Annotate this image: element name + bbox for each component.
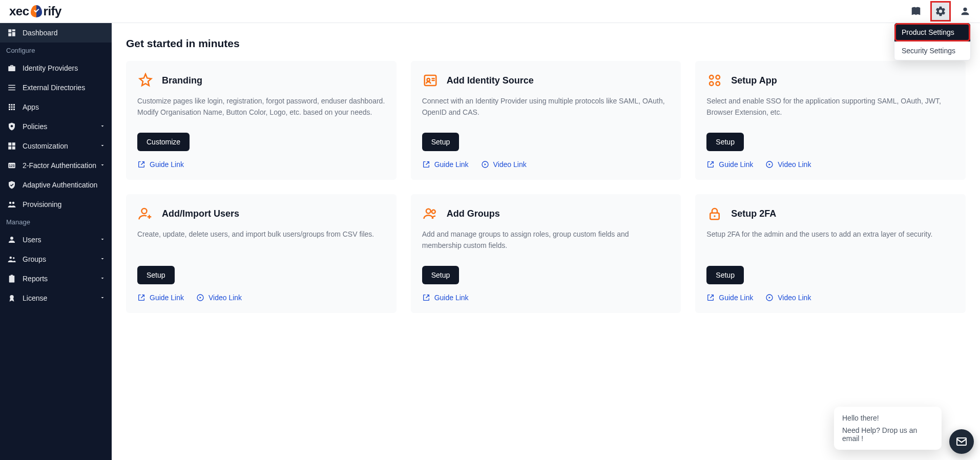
sidebar-item-license[interactable]: License <box>0 288 112 308</box>
shield-search-icon <box>7 122 16 131</box>
svg-point-6 <box>13 257 14 259</box>
id-icon <box>422 72 439 89</box>
sidebar: Dashboard Configure Identity Providers E… <box>0 23 112 460</box>
useradd-icon <box>137 205 154 222</box>
gear-icon <box>935 6 946 17</box>
customize-button[interactable]: Customize <box>137 133 190 151</box>
svg-text:123: 123 <box>9 164 15 168</box>
cards-grid: BrandingCustomize pages like login, regi… <box>126 61 966 313</box>
svg-point-18 <box>426 209 431 214</box>
svg-point-7 <box>10 295 14 299</box>
settings-button[interactable] <box>931 2 950 21</box>
svg-point-14 <box>716 82 720 86</box>
group-icon <box>7 255 16 264</box>
list-icon <box>7 83 16 92</box>
card-title: Add Identity Source <box>447 75 534 86</box>
card-links: Guide LinkVideo Link <box>706 294 954 302</box>
svg-point-9 <box>427 78 430 81</box>
video-link[interactable]: Video Link <box>196 294 242 302</box>
apps-icon <box>706 72 723 89</box>
guide-link-label: Guide Link <box>150 160 184 169</box>
sidebar-item-dashboard[interactable]: Dashboard <box>0 23 112 43</box>
svg-point-5 <box>10 257 12 259</box>
card-description: Create, update, delete users, and import… <box>137 229 385 257</box>
sidebar-item-groups[interactable]: Groups <box>0 249 112 269</box>
card-setup-2fa: Setup 2FASetup 2FA for the admin and the… <box>695 194 966 313</box>
sidebar-item-label: Adaptive Authentication <box>23 181 97 189</box>
sidebar-item-adaptive-auth[interactable]: Adaptive Authentication <box>0 175 112 195</box>
chat-line-1: Hello there! <box>842 414 933 422</box>
sidebar-item-identity-providers[interactable]: Identity Providers <box>0 58 112 78</box>
lock-icon <box>706 205 723 222</box>
chevron-down-icon <box>99 161 106 170</box>
svg-point-13 <box>710 82 714 86</box>
video-link-label: Video Link <box>778 160 811 169</box>
sidebar-item-label: External Directories <box>23 83 85 92</box>
svg-point-0 <box>11 125 13 128</box>
chevron-down-icon <box>99 255 106 263</box>
card-description: Setup 2FA for the admin and the users to… <box>706 229 954 257</box>
chat-line-2: Need Help? Drop us an email ! <box>842 426 933 443</box>
menu-item-product-settings[interactable]: Product Settings <box>894 23 970 41</box>
guide-link[interactable]: Guide Link <box>706 294 753 302</box>
sidebar-item-2fa[interactable]: 123 2-Factor Authentication <box>0 156 112 175</box>
guide-link[interactable]: Guide Link <box>422 160 469 169</box>
card-title: Setup 2FA <box>731 208 776 219</box>
sidebar-item-apps[interactable]: Apps <box>0 97 112 117</box>
card-setup-app: Setup AppSelect and enable SSO for the a… <box>695 61 966 180</box>
guide-link[interactable]: Guide Link <box>706 160 753 169</box>
setup-button[interactable]: Setup <box>422 266 460 284</box>
chevron-down-icon <box>99 275 106 283</box>
clipboard-icon <box>7 274 16 283</box>
video-link[interactable]: Video Link <box>765 294 811 302</box>
guide-link[interactable]: Guide Link <box>137 294 184 302</box>
guide-link[interactable]: Guide Link <box>137 160 184 169</box>
user-icon <box>7 235 16 244</box>
card-add-identity-source: Add Identity SourceConnect with an Ident… <box>411 61 681 180</box>
card-links: Guide Link <box>137 160 385 169</box>
guide-link[interactable]: Guide Link <box>422 294 469 302</box>
setup-button[interactable]: Setup <box>422 133 460 151</box>
sidebar-item-label: Customization <box>23 142 68 150</box>
brand-logo: xec rify <box>5 4 61 18</box>
card-title: Add Groups <box>447 208 500 219</box>
video-link-label: Video Link <box>208 294 242 302</box>
setup-button[interactable]: Setup <box>706 133 744 151</box>
people-sync-icon <box>7 200 16 209</box>
card-links: Guide LinkVideo Link <box>422 160 670 169</box>
sidebar-item-reports[interactable]: Reports <box>0 269 112 288</box>
video-link[interactable]: Video Link <box>765 160 811 169</box>
card-title: Add/Import Users <box>162 208 239 219</box>
grid-icon <box>7 102 16 112</box>
chevron-down-icon <box>99 236 106 244</box>
card-links: Guide LinkVideo Link <box>137 294 385 302</box>
card-description: Connect with an Identity Provider using … <box>422 96 670 123</box>
sidebar-item-policies[interactable]: Policies <box>0 117 112 136</box>
sidebar-item-users[interactable]: Users <box>0 230 112 249</box>
setup-button[interactable]: Setup <box>706 266 744 284</box>
sidebar-item-external-directories[interactable]: External Directories <box>0 78 112 97</box>
sidebar-item-label: Apps <box>23 103 39 111</box>
card-add-groups: Add GroupsAdd and manage groups to assig… <box>411 194 681 313</box>
sidebar-item-provisioning[interactable]: Provisioning <box>0 195 112 214</box>
docs-button[interactable] <box>906 2 926 21</box>
person-icon <box>960 6 971 17</box>
sidebar-item-label: Users <box>23 236 41 244</box>
video-link-label: Video Link <box>778 294 811 302</box>
svg-point-19 <box>431 210 435 214</box>
video-link[interactable]: Video Link <box>481 160 527 169</box>
sidebar-item-customization[interactable]: Customization <box>0 136 112 156</box>
card-description: Select and enable SSO for the applicatio… <box>706 96 954 123</box>
svg-point-4 <box>12 202 15 204</box>
sidebar-section-configure: Configure <box>0 43 112 58</box>
card-branding: BrandingCustomize pages like login, regi… <box>126 61 397 180</box>
account-button[interactable] <box>955 2 975 21</box>
card-title: Setup App <box>731 75 777 86</box>
chat-button[interactable] <box>949 429 974 454</box>
svg-point-21 <box>714 215 716 217</box>
setup-button[interactable]: Setup <box>137 266 175 284</box>
brand-text-right: rify <box>44 4 61 18</box>
menu-item-security-settings[interactable]: Security Settings <box>894 41 970 60</box>
guide-link-label: Guide Link <box>719 294 753 302</box>
sidebar-item-label: 2-Factor Authentication <box>23 161 96 170</box>
